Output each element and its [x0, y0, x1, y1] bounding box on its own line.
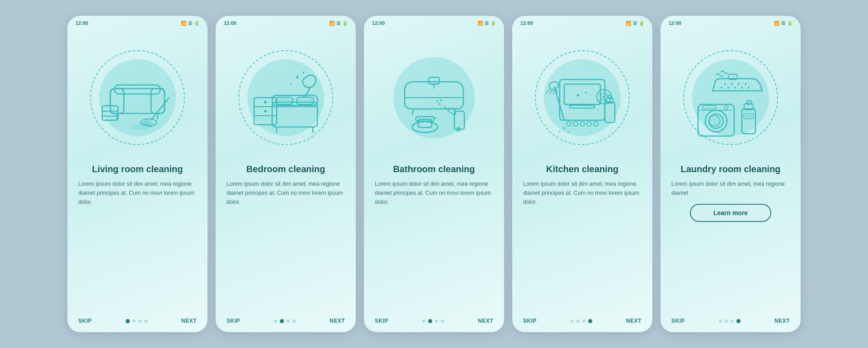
desc-5: Lorem ipsum dolor sit dim amet, mea regi… [671, 179, 790, 198]
dots-5 [719, 319, 741, 323]
illustration-bathroom: ✦ ✦ ✿ [364, 28, 504, 163]
screen-bathroom: 12:00 📶 ☰ 🔋 [364, 16, 504, 332]
content-area-3: Bathroom cleaning Lorem ipsum dolor sit … [364, 163, 504, 311]
time-3: 12:00 [372, 20, 385, 26]
title-3: Bathroom cleaning [375, 163, 493, 175]
svg-point-81 [745, 83, 746, 85]
bottom-nav-4: SKIP NEXT [512, 311, 652, 332]
dot-4-0 [571, 320, 574, 323]
svg-text:✦: ✦ [289, 82, 292, 86]
svg-rect-48 [560, 80, 605, 120]
status-icons-1: 📶 ☰ 🔋 [181, 21, 199, 26]
dot-4-2 [582, 320, 585, 323]
living-room-svg [92, 52, 183, 143]
illustration-bedroom: ✦ ✦ ✦ [216, 28, 356, 163]
skip-btn-4[interactable]: SKIP [523, 318, 537, 324]
dot-1-3 [144, 320, 147, 323]
status-bar-2: 12:00 📶 ☰ 🔋 [216, 16, 356, 28]
wifi-icon-2: 📶 [329, 21, 335, 26]
svg-point-79 [731, 83, 733, 85]
next-btn-4[interactable]: NEXT [626, 318, 642, 324]
skip-btn-5[interactable]: SKIP [671, 318, 685, 324]
wifi-icon-4: 📶 [626, 21, 631, 26]
dot-3-1 [428, 319, 432, 323]
status-icons-3: 📶 ☰ 🔋 [477, 21, 496, 26]
svg-point-19 [264, 110, 267, 113]
svg-point-44 [440, 99, 442, 101]
dots-4 [571, 319, 592, 323]
svg-text:✦: ✦ [576, 92, 581, 99]
next-btn-2[interactable]: NEXT [330, 318, 345, 324]
svg-point-14 [131, 124, 151, 130]
skip-btn-1[interactable]: SKIP [78, 318, 92, 324]
svg-point-52 [580, 122, 585, 126]
wifi-icon-5: 📶 [774, 21, 779, 26]
status-bar-5: 12:00 📶 ☰ 🔋 [660, 16, 801, 28]
status-icons-5: 📶 ☰ 🔋 [774, 21, 793, 26]
bathroom-svg: ✦ ✦ ✿ [389, 52, 479, 143]
bottom-nav-5: SKIP NEXT [660, 311, 801, 332]
content-area-2: Bedroom cleaning Lorem ipsum dolor sit d… [216, 163, 356, 311]
skip-btn-2[interactable]: SKIP [226, 318, 240, 324]
dots-2 [274, 319, 296, 323]
screen-kitchen: 12:00 📶 ☰ 🔋 ✦ [512, 16, 652, 332]
svg-point-73 [721, 87, 722, 89]
signal-icon-3: ☰ [485, 21, 489, 26]
svg-line-13 [146, 119, 154, 125]
desc-4: Lorem ipsum dolor sit dim amet, mea regi… [523, 179, 642, 207]
wifi-icon-3: 📶 [477, 21, 483, 26]
screen-bedroom: 12:00 📶 ☰ 🔋 [216, 16, 356, 332]
svg-point-71 [568, 131, 570, 133]
svg-rect-1 [110, 89, 124, 113]
wifi-icon: 📶 [181, 21, 186, 26]
svg-rect-63 [605, 102, 615, 122]
svg-point-51 [573, 122, 578, 126]
screens-container: 12:00 📶 ☰ 🔋 [67, 16, 801, 332]
illustration-living-room [67, 28, 208, 163]
dot-4-3 [588, 319, 592, 323]
svg-line-61 [553, 89, 554, 94]
time-5: 12:00 [669, 20, 681, 26]
dot-2-0 [274, 320, 277, 323]
svg-point-86 [724, 106, 728, 109]
next-btn-5[interactable]: NEXT [774, 318, 790, 324]
svg-line-62 [557, 89, 557, 94]
status-bar-1: 12:00 📶 ☰ 🔋 [67, 16, 208, 28]
svg-line-59 [546, 89, 550, 93]
dots-1 [126, 319, 147, 323]
svg-point-54 [594, 122, 598, 126]
title-1: Living room cleaning [78, 163, 197, 175]
svg-text:✦: ✦ [295, 74, 300, 81]
learn-more-button[interactable]: Learn more [690, 204, 771, 222]
content-area-4: Kitchen cleaning Lorem ipsum dolor sit d… [512, 163, 652, 311]
svg-point-42 [439, 103, 440, 105]
dot-1-0 [126, 319, 130, 323]
signal-icon-5: ☰ [781, 21, 785, 26]
dot-4-1 [576, 320, 580, 323]
status-icons-4: 📶 ☰ 🔋 [626, 21, 644, 26]
svg-point-76 [741, 87, 743, 89]
svg-line-35 [412, 109, 414, 115]
svg-point-75 [734, 87, 736, 89]
dot-3-3 [441, 320, 444, 323]
svg-rect-33 [429, 77, 439, 84]
title-5: Laundry room cleaning [671, 163, 790, 175]
dot-5-3 [736, 319, 741, 323]
signal-icon-2: ☰ [336, 21, 340, 26]
title-2: Bedroom cleaning [226, 163, 345, 175]
svg-rect-88 [742, 109, 755, 134]
battery-icon-4: 🔋 [639, 21, 644, 26]
status-bar-4: 12:00 📶 ☰ 🔋 [512, 16, 652, 28]
content-area-5: Laundry room cleaning Lorem ipsum dolor … [660, 163, 801, 311]
dot-1-2 [138, 320, 142, 323]
next-btn-3[interactable]: NEXT [478, 318, 493, 324]
svg-rect-87 [703, 106, 716, 109]
next-btn-1[interactable]: NEXT [181, 318, 197, 324]
svg-rect-3 [115, 85, 160, 94]
skip-btn-3[interactable]: SKIP [375, 318, 388, 324]
time-2: 12:00 [224, 20, 236, 26]
battery-icon-2: 🔋 [342, 21, 348, 26]
svg-text:✦: ✦ [434, 116, 437, 120]
svg-point-74 [727, 87, 729, 89]
svg-point-43 [436, 100, 438, 102]
